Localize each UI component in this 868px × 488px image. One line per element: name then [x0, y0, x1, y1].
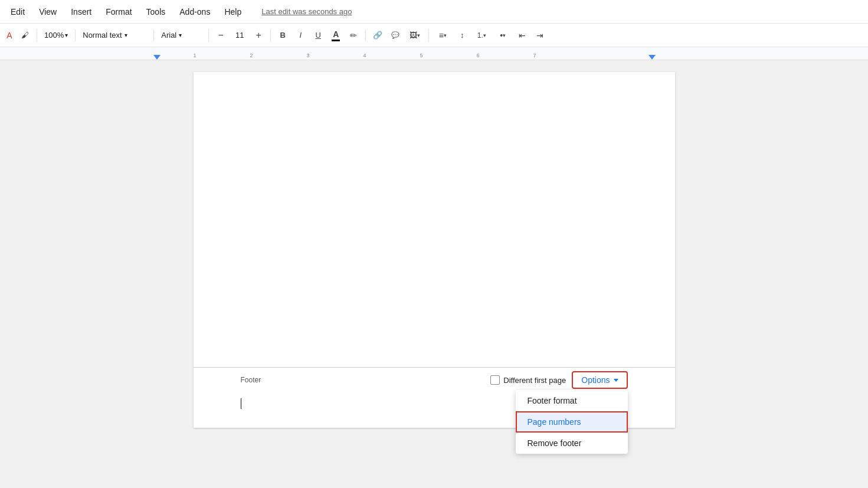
document-page: Footer Different first page Options Foot… — [194, 72, 675, 428]
underline-icon: U — [316, 31, 321, 40]
divider-3 — [153, 30, 154, 41]
zoom-arrow-icon: ▾ — [65, 32, 68, 38]
font-arrow-icon: ▾ — [179, 32, 182, 38]
insert-image-btn[interactable]: 🖼 ▾ — [405, 27, 425, 44]
edit-status[interactable]: Last edit was seconds ago — [261, 7, 352, 16]
zoom-value: 100% — [44, 31, 64, 40]
highlight-icon: ✏ — [350, 31, 357, 40]
text-style-icon: A — [6, 31, 12, 40]
highlight-btn[interactable]: ✏ — [345, 27, 362, 44]
options-dropdown: Footer format Page numbers Remove footer — [516, 390, 628, 454]
text-color-icon: A — [332, 30, 340, 41]
line-spacing-icon: ↕ — [460, 31, 464, 40]
indent-decrease-icon: ⇤ — [519, 31, 526, 40]
unordered-list-btn[interactable]: • ▾ — [493, 27, 513, 44]
divider-5 — [270, 30, 271, 41]
text-style-arrow-icon: ▾ — [125, 32, 127, 38]
text-cursor — [241, 398, 241, 409]
ruler-mark-4: 4 — [363, 53, 366, 58]
different-first-page-label: Different first page — [503, 376, 566, 385]
different-first-page-control[interactable]: Different first page — [490, 375, 566, 385]
ruler-mark-5: 5 — [420, 53, 422, 58]
page-body[interactable] — [194, 72, 675, 367]
line-spacing-btn[interactable]: ↕ — [454, 27, 470, 44]
ruler-mark-3: 3 — [306, 53, 309, 58]
menu-view[interactable]: View — [33, 5, 63, 19]
indent-decrease-btn[interactable]: ⇤ — [514, 27, 530, 44]
underline-btn[interactable]: U — [310, 27, 326, 44]
bold-btn[interactable]: B — [274, 27, 291, 44]
insert-comment-btn[interactable]: 💬 — [387, 27, 404, 44]
divider-1 — [37, 30, 37, 41]
ordered-list-icon: 1. — [477, 31, 483, 40]
ruler-right-arrow[interactable] — [648, 55, 656, 60]
menu-addons[interactable]: Add-ons — [173, 5, 216, 19]
menu-insert[interactable]: Insert — [65, 5, 97, 19]
italic-icon: I — [299, 31, 302, 40]
font-size-increase-btn[interactable]: + — [250, 27, 267, 44]
font-select[interactable]: Arial ▾ — [158, 30, 205, 41]
bold-icon: B — [280, 31, 286, 40]
document-area[interactable]: Footer Different first page Options Foot… — [0, 60, 868, 488]
paint-format-icon: 🖌 — [21, 31, 29, 40]
link-icon: 🔗 — [373, 31, 382, 40]
ruler-mark-1: 1 — [193, 53, 196, 58]
ordered-list-btn[interactable]: 1. ▾ — [471, 27, 492, 44]
text-style-btn[interactable]: A — [4, 27, 15, 44]
ol-arrow-icon: ▾ — [483, 32, 486, 38]
divider-4 — [208, 30, 209, 41]
divider-6 — [365, 30, 366, 41]
divider-2 — [75, 30, 76, 41]
ruler-mark-6: 6 — [476, 53, 479, 58]
image-icon: 🖼 — [410, 31, 417, 40]
italic-btn[interactable]: I — [292, 27, 309, 44]
menu-format[interactable]: Format — [100, 5, 137, 19]
menu-edit[interactable]: Edit — [5, 5, 31, 19]
options-chevron-icon — [614, 379, 618, 382]
font-size-control: − 11 + — [212, 27, 267, 44]
remove-footer-item[interactable]: Remove footer — [516, 433, 628, 454]
font-size-decrease-btn[interactable]: − — [212, 27, 229, 44]
footer-bar: Footer Different first page Options Foot… — [194, 367, 675, 392]
options-wrapper: Options Footer format Page numbers Remov… — [572, 371, 627, 389]
link-btn[interactable]: 🔗 — [369, 27, 386, 44]
ruler: 1 2 3 4 5 6 7 — [0, 47, 868, 60]
indent-increase-btn[interactable]: ⇥ — [532, 27, 548, 44]
font-label: Arial — [161, 31, 176, 40]
text-style-label: Normal text — [83, 31, 122, 40]
ul-arrow-icon: ▾ — [503, 32, 506, 38]
toolbar: A 🖌 100% ▾ Normal text ▾ Arial ▾ − 11 + … — [0, 24, 868, 47]
comment-icon: 💬 — [391, 31, 399, 39]
ruler-mark-7: 7 — [533, 53, 536, 58]
align-btn[interactable]: ≡ ▾ — [433, 27, 453, 44]
menu-tools[interactable]: Tools — [140, 5, 172, 19]
footer-controls: Different first page Options Footer form… — [490, 371, 627, 389]
zoom-control[interactable]: 100% ▾ — [41, 30, 71, 41]
text-color-btn[interactable]: A — [327, 27, 344, 44]
align-icon: ≡ — [439, 31, 444, 40]
menu-help[interactable]: Help — [218, 5, 247, 19]
page-numbers-item[interactable]: Page numbers — [516, 411, 628, 433]
options-btn[interactable]: Options — [572, 371, 627, 389]
ruler-mark-2: 2 — [250, 53, 253, 58]
ruler-inner: 1 2 3 4 5 6 7 — [77, 47, 791, 60]
footer-format-item[interactable]: Footer format — [516, 390, 628, 411]
image-arrow-icon: ▾ — [417, 32, 420, 38]
menu-bar: Edit View Insert Format Tools Add-ons He… — [0, 0, 868, 24]
indent-increase-icon: ⇥ — [536, 31, 543, 40]
align-arrow-icon: ▾ — [444, 32, 447, 38]
footer-label: Footer — [241, 376, 261, 384]
paint-format-btn[interactable]: 🖌 — [17, 27, 33, 44]
text-style-select[interactable]: Normal text ▾ — [79, 30, 150, 41]
options-btn-label: Options — [581, 375, 610, 385]
ruler-left-arrow[interactable] — [153, 55, 161, 60]
font-size-value[interactable]: 11 — [230, 29, 249, 41]
divider-7 — [428, 30, 429, 41]
different-first-page-checkbox[interactable] — [490, 375, 500, 385]
